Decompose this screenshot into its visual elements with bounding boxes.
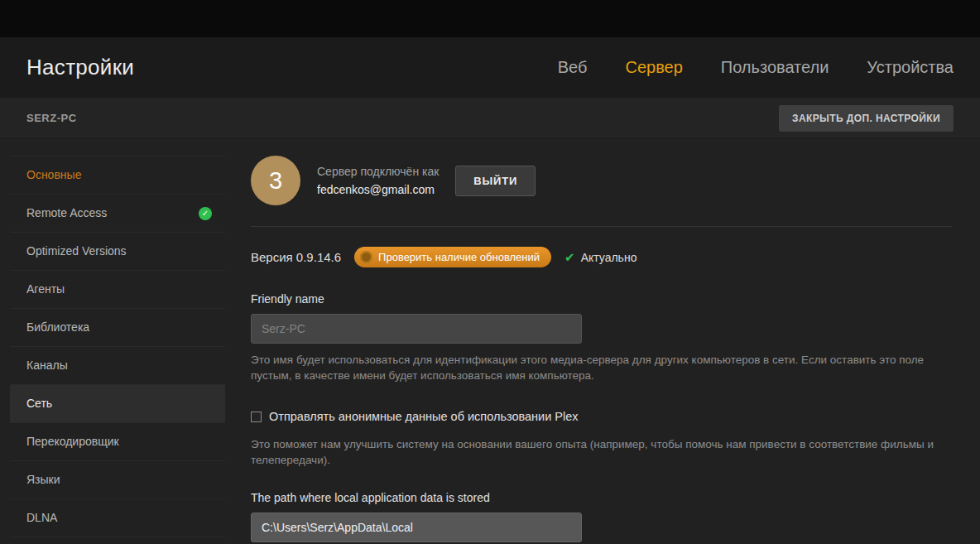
sidebar-item-languages[interactable]: Языки <box>10 461 225 499</box>
tab-users[interactable]: Пользователи <box>721 58 829 77</box>
account-section: 3 Сервер подключён как fedcenkos@gmail.c… <box>251 156 952 205</box>
friendly-name-field: Friendly name Это имя будет использовать… <box>251 292 952 383</box>
data-path-field: The path where local application data is… <box>251 491 952 542</box>
sidebar-item-remote-access[interactable]: Remote Access ✓ <box>10 195 225 233</box>
check-updates-button[interactable]: Проверить наличие обновлений <box>354 247 551 267</box>
tab-server[interactable]: Сервер <box>625 58 682 77</box>
account-email: fedcenkos@gmail.com <box>317 181 439 199</box>
friendly-name-input[interactable] <box>251 314 582 344</box>
version-section: Версия 0.9.14.6 Проверить наличие обновл… <box>251 247 952 267</box>
sidebar-item-optimized-versions[interactable]: Optimized Versions <box>10 233 225 271</box>
refresh-icon <box>360 251 372 263</box>
plex-server-settings-page: Настройки Веб Сервер Пользователи Устрой… <box>0 0 980 544</box>
sidebar: Основные Remote Access ✓ Optimized Versi… <box>10 156 225 537</box>
avatar-number: 3 <box>269 167 282 195</box>
main-nav: Веб Сервер Пользователи Устройства <box>558 58 954 77</box>
check-icon: ✔ <box>564 250 575 265</box>
data-path-input[interactable] <box>251 513 582 542</box>
remote-access-ok-icon: ✓ <box>199 207 212 220</box>
divider <box>251 226 952 227</box>
version-label: Версия 0.9.14.6 <box>251 250 341 264</box>
anonymous-data-checkbox[interactable] <box>251 412 262 422</box>
signed-in-label: Сервер подключён как <box>317 162 439 181</box>
close-advanced-settings-button[interactable]: ЗАКРЫТЬ ДОП. НАСТРОЙКИ <box>779 105 954 132</box>
top-bar <box>0 0 980 37</box>
anonymous-data-row[interactable]: Отправлять анонимные данные об использов… <box>251 410 952 423</box>
page-title: Настройки <box>26 55 134 80</box>
server-name: SERZ-PC <box>26 112 77 124</box>
sidebar-item-agents[interactable]: Агенты <box>10 271 225 309</box>
friendly-name-help: Это имя будет использоваться для идентиф… <box>251 352 952 383</box>
tab-devices[interactable]: Устройства <box>867 58 954 77</box>
account-text: Сервер подключён как fedcenkos@gmail.com <box>317 162 439 199</box>
sidebar-item-general[interactable]: Основные <box>10 156 225 195</box>
tab-web[interactable]: Веб <box>558 58 588 77</box>
sidebar-item-network[interactable]: Сеть <box>10 385 225 423</box>
header: Настройки Веб Сервер Пользователи Устрой… <box>0 37 980 98</box>
anonymous-data-label: Отправлять анонимные данные об использов… <box>269 410 579 423</box>
anonymous-data-help: Это поможет нам улучшить систему на осно… <box>251 436 952 468</box>
sidebar-item-dlna[interactable]: DLNA <box>10 499 225 537</box>
sidebar-item-channels[interactable]: Каналы <box>10 347 225 385</box>
uptodate-label: Актуально <box>581 251 637 264</box>
data-path-label: The path where local application data is… <box>251 491 952 504</box>
subheader: SERZ-PC ЗАКРЫТЬ ДОП. НАСТРОЙКИ <box>0 98 980 139</box>
content: Основные Remote Access ✓ Optimized Versi… <box>0 139 980 542</box>
sidebar-item-transcoder[interactable]: Перекодировщик <box>10 423 225 461</box>
avatar: 3 <box>251 156 300 205</box>
sidebar-item-library[interactable]: Библиотека <box>10 309 225 347</box>
uptodate-status: ✔ Актуально <box>564 250 637 265</box>
sign-out-button[interactable]: ВЫЙТИ <box>455 166 536 196</box>
friendly-name-label: Friendly name <box>251 292 952 306</box>
main-content: 3 Сервер подключён как fedcenkos@gmail.c… <box>251 156 952 542</box>
check-updates-label: Проверить наличие обновлений <box>378 251 540 263</box>
